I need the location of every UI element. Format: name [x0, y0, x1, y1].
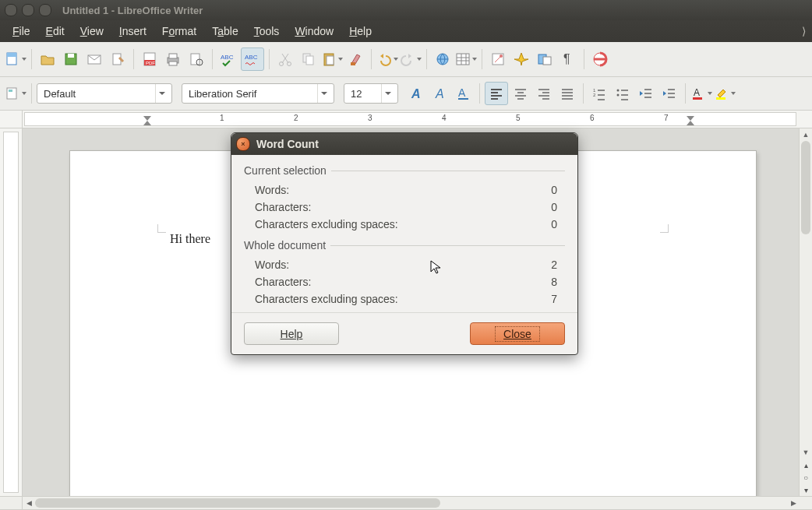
- svg-rect-19: [306, 56, 313, 65]
- decrease-indent-button[interactable]: [635, 83, 657, 104]
- format-paintbrush-button[interactable]: [344, 48, 366, 70]
- menu-window[interactable]: Window: [287, 22, 341, 40]
- export-pdf-button[interactable]: PDF: [139, 48, 161, 70]
- scroll-down-button[interactable]: ▼: [800, 446, 812, 459]
- scrollbar-thumb[interactable]: [801, 141, 810, 234]
- align-center-button[interactable]: [510, 83, 531, 104]
- open-button[interactable]: [37, 48, 58, 70]
- menu-file[interactable]: File: [5, 22, 38, 40]
- styles-button[interactable]: [5, 83, 26, 104]
- doc-words-value: 2: [526, 259, 565, 271]
- underline-button[interactable]: A: [453, 83, 475, 104]
- copy-button[interactable]: [298, 48, 320, 70]
- menu-format[interactable]: Format: [154, 22, 204, 40]
- hscrollbar-thumb[interactable]: [35, 498, 440, 508]
- window-minimize-button[interactable]: [22, 4, 34, 16]
- svg-rect-42: [693, 97, 702, 100]
- align-justify-button[interactable]: [556, 83, 578, 104]
- row-doc-chars-ex: Characters excluding spaces: 7: [244, 290, 565, 308]
- menu-view[interactable]: View: [72, 22, 111, 40]
- cut-button[interactable]: [274, 48, 296, 70]
- svg-rect-24: [457, 54, 469, 65]
- horizontal-ruler[interactable]: 1 2 3 4 5 6 7: [24, 112, 796, 126]
- svg-text:A: A: [694, 87, 700, 98]
- vertical-ruler[interactable]: [0, 128, 23, 496]
- selection-chars-value: 0: [526, 201, 565, 213]
- svg-point-17: [288, 62, 291, 66]
- section-current-selection: Current selection: [244, 164, 565, 177]
- dialog-titlebar[interactable]: × Word Count: [231, 133, 577, 155]
- nonprinting-chars-button[interactable]: ¶: [557, 48, 579, 70]
- scroll-up-button[interactable]: ▲: [800, 128, 812, 141]
- dialog-help-button[interactable]: Help: [244, 322, 339, 345]
- dialog-close-icon[interactable]: ×: [236, 137, 250, 151]
- print-preview-button[interactable]: [185, 48, 207, 70]
- menubar-overflow-icon[interactable]: ⟩: [795, 25, 812, 37]
- next-page-button[interactable]: ▾: [800, 484, 812, 496]
- highlight-color-button[interactable]: [714, 83, 736, 104]
- svg-text:ABC: ABC: [221, 54, 234, 61]
- svg-point-40: [617, 94, 620, 97]
- font-size-combo[interactable]: 12: [344, 83, 398, 104]
- document-text[interactable]: Hi there: [170, 232, 210, 246]
- numbered-list-button[interactable]: 12: [588, 83, 610, 104]
- hyperlink-button[interactable]: [432, 48, 454, 70]
- menu-edit[interactable]: Edit: [38, 22, 72, 40]
- svg-text:2: 2: [593, 93, 596, 97]
- undo-button[interactable]: [376, 48, 398, 70]
- standard-toolbar: PDF ABC ABC: [0, 42, 812, 77]
- paste-button[interactable]: [321, 48, 343, 70]
- window-close-button[interactable]: [5, 4, 17, 16]
- help-button[interactable]: [589, 48, 611, 70]
- vertical-scrollbar[interactable]: ▲ ▼ ▴ ○ ▾: [799, 128, 812, 496]
- show-draw-functions-button[interactable]: [487, 48, 509, 70]
- gallery-button[interactable]: [534, 48, 556, 70]
- email-button[interactable]: [83, 48, 105, 70]
- align-left-button[interactable]: [485, 82, 508, 105]
- dropdown-icon[interactable]: [381, 84, 394, 103]
- italic-button[interactable]: A: [429, 83, 451, 104]
- font-name-combo[interactable]: Liberation Serif: [182, 83, 334, 104]
- svg-point-39: [617, 90, 620, 92]
- save-button[interactable]: [60, 48, 82, 70]
- table-button[interactable]: [455, 48, 477, 70]
- row-doc-words: Words: 2: [244, 256, 565, 273]
- svg-rect-28: [543, 57, 551, 65]
- edit-file-button[interactable]: [107, 48, 129, 70]
- redo-button[interactable]: [400, 48, 422, 70]
- dialog-close-button[interactable]: Close: [470, 322, 565, 345]
- menu-table[interactable]: Table: [204, 22, 245, 40]
- row-selection-words: Words: 0: [244, 181, 565, 199]
- navigator-button[interactable]: [510, 48, 532, 70]
- word-count-dialog: × Word Count Current selection Words: 0 …: [231, 132, 578, 355]
- horizontal-ruler-area: 1 2 3 4 5 6 7: [0, 111, 812, 128]
- print-button[interactable]: [162, 48, 184, 70]
- spellcheck-button[interactable]: ABC: [217, 48, 239, 70]
- scroll-right-button[interactable]: ▶: [787, 499, 800, 507]
- bold-button[interactable]: A: [406, 83, 428, 104]
- horizontal-scrollbar[interactable]: ◀ ▶: [0, 496, 812, 509]
- menu-help[interactable]: Help: [341, 22, 380, 40]
- paragraph-style-combo[interactable]: Default: [37, 83, 172, 104]
- align-right-button[interactable]: [533, 83, 555, 104]
- formatting-toolbar: Default Liberation Serif 12 A A A 12 A: [0, 77, 812, 111]
- scroll-left-button[interactable]: ◀: [23, 499, 35, 507]
- dropdown-icon[interactable]: [317, 84, 330, 103]
- window-title: Untitled 1 - LibreOffice Writer: [62, 5, 203, 16]
- menu-insert[interactable]: Insert: [111, 22, 154, 40]
- new-document-button[interactable]: [5, 48, 26, 70]
- selection-chars-ex-value: 0: [526, 218, 565, 230]
- bullet-list-button[interactable]: [612, 83, 634, 104]
- font-color-button[interactable]: A: [690, 83, 712, 104]
- menubar: File Edit View Insert Format Table Tools…: [0, 20, 812, 42]
- previous-page-button[interactable]: ▴: [800, 459, 812, 471]
- increase-indent-button[interactable]: [658, 83, 680, 104]
- window-maximize-button[interactable]: [39, 4, 51, 16]
- navigation-button[interactable]: ○: [800, 471, 812, 484]
- svg-rect-11: [169, 62, 177, 65]
- autospellcheck-button[interactable]: ABC: [241, 47, 264, 71]
- dropdown-icon[interactable]: [155, 84, 168, 103]
- menu-tools[interactable]: Tools: [246, 22, 288, 40]
- font-name-value: Liberation Serif: [189, 88, 256, 100]
- dialog-title: Word Count: [256, 138, 319, 150]
